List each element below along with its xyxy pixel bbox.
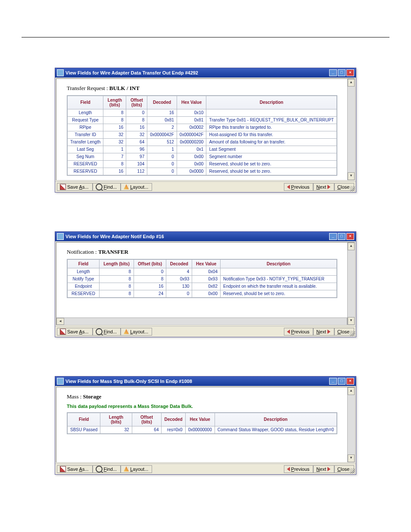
- button-label: Close: [337, 329, 349, 334]
- cell-hex: 0x00000200: [177, 138, 206, 146]
- maximize-icon[interactable]: □: [338, 378, 346, 385]
- cell-description: [206, 109, 337, 116]
- cell-length: 7: [103, 153, 126, 160]
- cell-length: 16: [103, 168, 126, 175]
- previous-button[interactable]: Previous: [284, 328, 314, 336]
- cell-offset: 0: [126, 109, 147, 116]
- vertical-scrollbar[interactable]: ▲▼: [347, 387, 355, 462]
- save-icon: [60, 466, 66, 472]
- cell-length: 8: [103, 160, 126, 168]
- maximize-icon[interactable]: □: [338, 69, 346, 76]
- button-label: Layout...: [130, 329, 148, 334]
- cell-length: 32: [103, 138, 126, 146]
- minimize-icon[interactable]: _: [329, 233, 337, 240]
- layout-icon: [124, 184, 129, 190]
- save-as-button[interactable]: Save As...: [57, 328, 93, 336]
- button-label: Previous: [291, 329, 310, 334]
- layout-button[interactable]: Layout...: [121, 328, 152, 336]
- cell-description: Endpoint on which the transfer result is…: [220, 283, 337, 290]
- col-header: Decoded: [147, 96, 177, 109]
- close-icon[interactable]: ×: [346, 69, 354, 76]
- cell-decoded: 0: [147, 160, 177, 168]
- col-header: Length (bits): [99, 259, 134, 268]
- info-note: This data payload represents a Mass Stor…: [67, 404, 337, 409]
- app-icon: [57, 233, 64, 240]
- cell-field: SBSU Passed: [67, 426, 100, 434]
- cell-length: 8: [99, 283, 134, 290]
- cell-decoded: 0: [147, 153, 177, 160]
- button-label: Next: [316, 467, 326, 472]
- next-button[interactable]: Next: [313, 465, 334, 473]
- cell-field: Notify Type: [67, 275, 99, 283]
- horizontal-scrollbar[interactable]: ◄►: [56, 317, 355, 325]
- cell-length: 16: [103, 124, 126, 131]
- section-heading: Notification : TRANSFER: [67, 249, 337, 255]
- col-header: Length (bits): [100, 413, 132, 426]
- find-icon: [96, 328, 103, 335]
- cell-offset: 16: [134, 283, 166, 290]
- cell-hex: 0x00: [192, 290, 221, 298]
- cell-description: Transfer Type 0x81 - REQUEST_TYPE_BULK_O…: [206, 116, 337, 124]
- col-header: Offset (bits): [126, 96, 147, 109]
- scroll-up-icon[interactable]: ▲: [348, 243, 355, 250]
- cell-length: 8: [99, 275, 134, 283]
- scroll-up-icon[interactable]: ▲: [348, 79, 355, 87]
- find-button[interactable]: Find...: [93, 465, 121, 473]
- scroll-left-icon[interactable]: ◄: [56, 318, 64, 325]
- scroll-up-icon[interactable]: ▲: [348, 387, 355, 395]
- cell-length: 8: [99, 268, 134, 275]
- resize-grip[interactable]: [350, 186, 355, 191]
- cell-description: Reserved, should be set to zero.: [220, 290, 337, 298]
- cell-decoded: 130: [166, 283, 192, 290]
- close-icon[interactable]: ×: [346, 233, 354, 240]
- col-header: Offset (bits): [132, 413, 162, 426]
- cell-description: Reserved, should be set to zero.: [206, 160, 337, 168]
- next-button[interactable]: Next: [313, 183, 334, 191]
- cell-hex: 0x82: [192, 283, 221, 290]
- find-button[interactable]: Find...: [93, 183, 121, 191]
- minimize-icon[interactable]: _: [329, 378, 337, 385]
- save-as-button[interactable]: Save As...: [57, 465, 93, 473]
- cell-description: Command Status Wrapper, GOOD status, Res…: [215, 426, 337, 434]
- app-icon: [57, 378, 64, 385]
- find-button[interactable]: Find...: [93, 328, 121, 336]
- cell-decoded: 0: [147, 168, 177, 175]
- cell-description: Segment number: [206, 153, 337, 160]
- cell-decoded: 2: [147, 124, 177, 131]
- save-icon: [60, 184, 66, 190]
- layout-button[interactable]: Layout...: [121, 465, 152, 473]
- resize-grip[interactable]: [350, 468, 355, 473]
- vertical-scrollbar[interactable]: ▲▼: [347, 243, 355, 325]
- previous-button[interactable]: Previous: [284, 183, 314, 191]
- cell-decoded: res=0x0: [162, 426, 185, 434]
- minimize-icon[interactable]: _: [329, 69, 337, 76]
- vertical-scrollbar[interactable]: ▲▼: [347, 79, 355, 180]
- cell-hex: 0x1: [177, 146, 206, 153]
- col-header: Offset (bits): [134, 259, 166, 268]
- button-label: Save As...: [67, 467, 89, 472]
- cell-field: Seg Num: [67, 153, 103, 160]
- cell-offset: 112: [126, 168, 147, 175]
- scroll-down-icon[interactable]: ▼: [348, 317, 355, 325]
- dialog-window: View Fields for Wire Adapter Data Transf…: [55, 68, 356, 193]
- scroll-down-icon[interactable]: ▼: [348, 454, 355, 462]
- cell-description: Reserved, should be set to zero.: [206, 168, 337, 175]
- button-label: Close: [337, 467, 349, 472]
- resize-grip[interactable]: [350, 331, 355, 336]
- previous-button[interactable]: Previous: [284, 465, 314, 473]
- save-as-button[interactable]: Save As...: [57, 183, 93, 191]
- cell-decoded: 0x93: [166, 275, 192, 283]
- maximize-icon[interactable]: □: [338, 233, 346, 240]
- cell-hex: 0x10: [177, 109, 206, 116]
- app-icon: [57, 69, 64, 76]
- next-button[interactable]: Next: [313, 328, 334, 336]
- close-icon[interactable]: ×: [346, 378, 354, 385]
- col-header: Hex Value: [185, 413, 215, 426]
- cell-decoded: 16: [147, 109, 177, 116]
- layout-button[interactable]: Layout...: [121, 183, 152, 191]
- cell-offset: 8: [134, 275, 166, 283]
- col-header: Hex Value: [192, 259, 221, 268]
- cell-length: 1: [103, 146, 126, 153]
- scroll-down-icon[interactable]: ▼: [348, 172, 355, 180]
- table-row: RESERVED82400x00Reserved, should be set …: [67, 290, 337, 298]
